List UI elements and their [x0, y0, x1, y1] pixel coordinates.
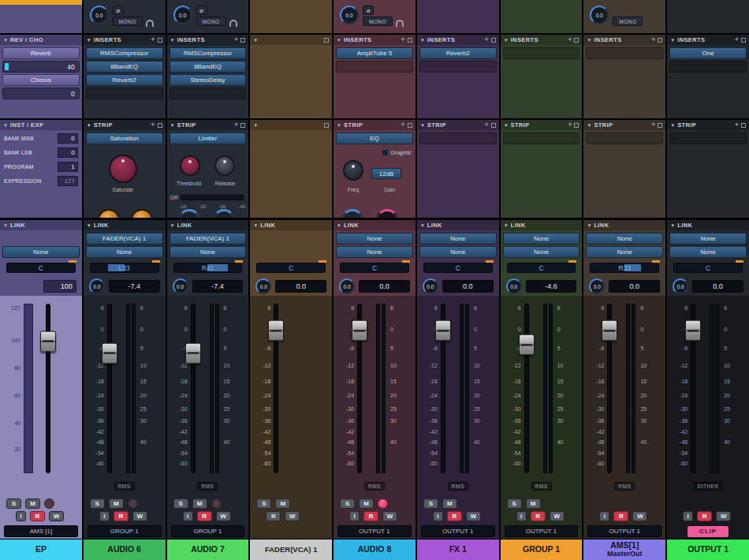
- lock-icon[interactable]: [574, 38, 579, 43]
- link-slot[interactable]: None: [2, 246, 80, 258]
- pan-control[interactable]: C: [340, 263, 409, 273]
- section-header[interactable]: ▼ LINK: [0, 220, 82, 230]
- midi-send-slot[interactable]: Chorus: [2, 74, 80, 86]
- fader-track[interactable]: [441, 304, 445, 473]
- trim-knob[interactable]: 0.0: [423, 278, 438, 294]
- fader-handle[interactable]: [40, 330, 56, 352]
- strip-knob[interactable]: [178, 209, 200, 218]
- section-header[interactable]: ▼ LINK: [667, 220, 749, 230]
- clip-indicator[interactable]: CLIP: [688, 526, 729, 537]
- link-slot[interactable]: None: [336, 246, 413, 258]
- graphic-checkbox[interactable]: [382, 149, 389, 156]
- fader-track[interactable]: [691, 304, 695, 473]
- record-arm-button[interactable]: [378, 498, 388, 509]
- input-gain-knob[interactable]: 0.0: [590, 6, 609, 24]
- fader-handle[interactable]: [268, 320, 284, 342]
- link-slot[interactable]: None: [503, 246, 580, 258]
- meter-mode-label[interactable]: RMS: [448, 482, 468, 491]
- solo-button[interactable]: S: [90, 498, 105, 509]
- link-slot[interactable]: None: [336, 233, 413, 245]
- automation-read-button[interactable]: R: [30, 511, 45, 521]
- mono-button[interactable]: MONO: [613, 17, 643, 26]
- channel-name[interactable]: EP: [0, 539, 82, 560]
- add-icon[interactable]: +: [484, 121, 488, 129]
- lock-icon[interactable]: [408, 123, 412, 128]
- lock-icon[interactable]: [158, 38, 162, 43]
- monitor-button[interactable]: i: [183, 511, 193, 521]
- insert-slot-empty[interactable]: [503, 47, 580, 59]
- automation-write-button[interactable]: W: [632, 511, 647, 521]
- section-header[interactable]: ▼ LINK: [84, 220, 166, 230]
- channel-name[interactable]: AUDIO 6: [84, 539, 166, 560]
- pan-control[interactable]: L33: [90, 263, 159, 273]
- meter-mode-label[interactable]: RMS: [114, 482, 135, 491]
- fader-value[interactable]: -4.6: [526, 280, 577, 293]
- mono-button[interactable]: MONO: [113, 17, 143, 26]
- insert-slot[interactable]: 8BandEQ: [170, 61, 247, 73]
- section-header[interactable]: ▼ STRIP +: [167, 120, 249, 130]
- solo-button[interactable]: S: [6, 498, 21, 509]
- add-icon[interactable]: +: [151, 36, 155, 43]
- strip-knob[interactable]: [98, 209, 120, 218]
- solo-button[interactable]: S: [507, 498, 522, 509]
- channel-name[interactable]: OUTPUT 1: [667, 539, 749, 560]
- section-header[interactable]: ▼ STRIP +: [334, 120, 415, 130]
- solo-button[interactable]: S: [173, 498, 188, 509]
- trim-knob[interactable]: 0.0: [89, 278, 105, 294]
- midi-send-value[interactable]: 0: [2, 88, 80, 99]
- output-routing[interactable]: OUTPUT 1: [505, 525, 579, 537]
- fader-track[interactable]: [607, 304, 612, 473]
- strip-knob[interactable]: [376, 209, 398, 218]
- lock-icon[interactable]: [324, 123, 329, 128]
- monitor-button[interactable]: i: [433, 511, 443, 521]
- lock-icon[interactable]: [240, 38, 245, 43]
- monitor-button[interactable]: i: [349, 511, 360, 521]
- section-header[interactable]: ▼ LINK: [501, 220, 583, 230]
- trim-knob[interactable]: 0.0: [506, 278, 522, 294]
- automation-write-button[interactable]: W: [49, 511, 64, 521]
- solo-button[interactable]: S: [423, 498, 438, 509]
- automation-read-button[interactable]: R: [697, 511, 712, 521]
- section-header[interactable]: ▼ STRIP +: [583, 120, 665, 130]
- automation-write-button[interactable]: W: [466, 511, 481, 521]
- threshold-knob[interactable]: [180, 155, 200, 176]
- section-header[interactable]: ▼ INST / EXP: [0, 120, 82, 130]
- meter-mode-label[interactable]: RMS: [197, 482, 218, 491]
- fader-track[interactable]: [191, 304, 196, 473]
- strip-slot-empty[interactable]: [669, 133, 747, 144]
- section-header[interactable]: ▼ INSERTS +: [667, 35, 749, 45]
- fader-handle[interactable]: [185, 342, 201, 364]
- automation-write-button[interactable]: W: [132, 511, 147, 521]
- section-header[interactable]: ▼ LINK: [167, 220, 249, 230]
- mute-button[interactable]: M: [109, 498, 124, 509]
- lock-icon[interactable]: [658, 123, 662, 128]
- section-header[interactable]: ▼ INSERTS +: [501, 35, 583, 45]
- strip-slot-empty[interactable]: [419, 133, 497, 144]
- insert-slot[interactable]: 8BandEQ: [86, 61, 163, 73]
- strip-module-slot[interactable]: EQ: [336, 133, 413, 144]
- add-icon[interactable]: +: [151, 121, 155, 129]
- add-icon[interactable]: +: [568, 36, 572, 43]
- mute-button[interactable]: M: [442, 498, 457, 509]
- channel-name[interactable]: GROUP 1: [501, 539, 583, 560]
- input-gain-knob[interactable]: 0.0: [173, 6, 192, 24]
- fader-track[interactable]: [274, 304, 278, 473]
- add-icon[interactable]: +: [651, 36, 655, 43]
- mono-button[interactable]: MONO: [196, 17, 226, 26]
- pan-control[interactable]: C: [673, 263, 743, 273]
- fader-handle[interactable]: [602, 320, 617, 342]
- add-icon[interactable]: +: [234, 36, 238, 43]
- automation-read-button[interactable]: R: [531, 511, 546, 521]
- insert-slot[interactable]: StereoDelay: [170, 74, 247, 86]
- meter-mode-label[interactable]: RMS: [614, 482, 635, 491]
- monitor-button[interactable]: i: [516, 511, 527, 521]
- strip-knob[interactable]: [131, 209, 153, 218]
- section-header[interactable]: ▼: [250, 35, 332, 45]
- headphones-icon[interactable]: [396, 20, 404, 25]
- insert-slot-empty[interactable]: [336, 61, 413, 73]
- pan-control[interactable]: C: [507, 263, 576, 273]
- channel-name[interactable]: AMS[1] MasterOut: [583, 539, 665, 560]
- release-knob[interactable]: [214, 155, 235, 176]
- automation-write-button[interactable]: W: [216, 511, 231, 521]
- link-slot[interactable]: FADER(VCA) 1: [86, 233, 163, 245]
